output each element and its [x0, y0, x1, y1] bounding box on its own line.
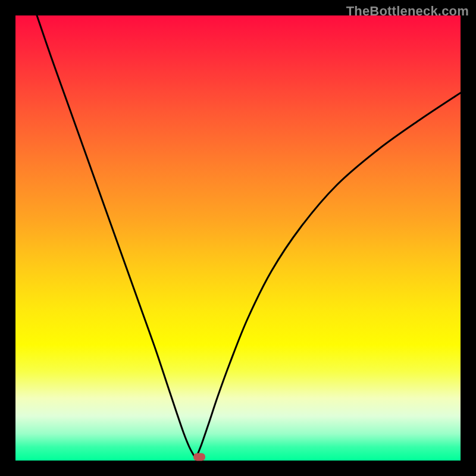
watermark-text: TheBottleneck.com [346, 4, 469, 19]
chart-curves [15, 15, 461, 461]
marker-dot [193, 453, 205, 461]
curve-left [37, 15, 194, 456]
curve-right [197, 93, 461, 456]
chart-frame: TheBottleneck.com [0, 0, 476, 476]
plot-area [15, 15, 461, 461]
